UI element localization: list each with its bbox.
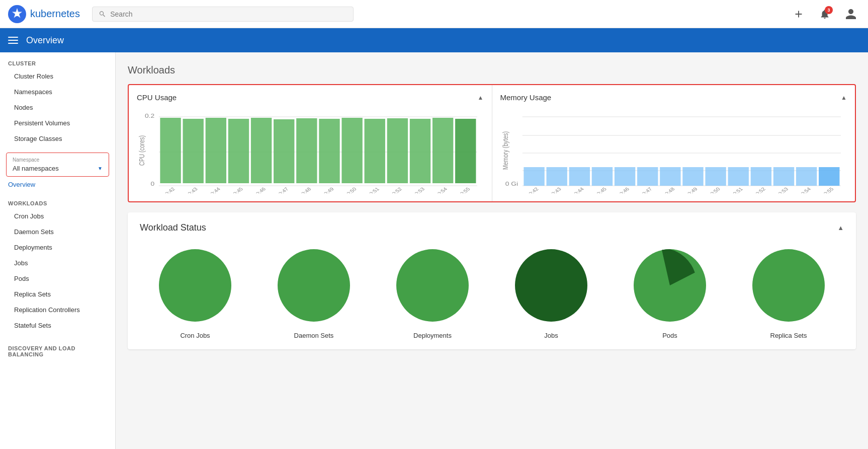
svg-rect-11 [228,119,249,183]
workloads-section-title: Workloads [128,64,856,76]
svg-rect-15 [319,119,339,183]
svg-rect-45 [569,167,589,186]
namespace-value: All namespaces [13,165,59,172]
svg-text:10:55: 10:55 [820,186,835,193]
workload-item-deployments: Deployments [392,245,473,339]
svg-text:0 Gi: 0 Gi [505,181,517,187]
memory-chart-title: Memory Usage [500,93,552,102]
sidebar-item-deployments[interactable]: Deployments [0,240,115,255]
svg-text:10:45: 10:45 [230,186,244,193]
sidebar-item-nodes[interactable]: Nodes [0,100,115,115]
cpu-chart-header: CPU Usage ▲ [137,93,484,102]
svg-rect-49 [660,167,680,186]
sidebar-item-cluster-roles[interactable]: Cluster Roles [0,68,115,84]
sidebar-item-persistent-volumes[interactable]: Persistent Volumes [0,115,115,131]
replica-sets-pie [748,245,829,326]
charts-container: CPU Usage ▲ 0.2 0 CPU (cores) [128,84,856,202]
sidebar-item-storage-classes[interactable]: Storage Classes [0,131,115,146]
svg-point-71 [159,249,231,322]
search-input[interactable] [110,10,347,18]
sidebar-item-jobs[interactable]: Jobs [0,255,115,271]
sidebar-item-cron-jobs[interactable]: Cron Jobs [0,208,115,224]
svg-point-73 [396,249,469,322]
svg-text:10:50: 10:50 [707,186,721,193]
svg-text:10:52: 10:52 [389,186,403,193]
replica-sets-label: Replica Sets [770,332,807,339]
sidebar-item-namespaces[interactable]: Namespaces [0,84,115,100]
user-avatar[interactable] [842,5,860,23]
svg-text:10:51: 10:51 [366,186,381,193]
workload-status-title: Workload Status [140,222,206,233]
namespace-select[interactable]: All namespaces ▼ [13,165,103,172]
svg-rect-14 [296,118,317,183]
svg-text:10:53: 10:53 [411,186,426,193]
pods-pie [630,245,710,326]
svg-text:0: 0 [150,181,154,187]
cluster-section-label: Cluster [0,52,115,68]
add-button[interactable] [790,5,808,23]
svg-point-1 [15,12,19,16]
page-title: Overview [26,35,64,46]
workload-item-jobs: Jobs [511,245,591,339]
sidebar-item-daemon-sets[interactable]: Daemon Sets [0,224,115,240]
svg-text:10:45: 10:45 [593,186,607,193]
svg-text:0.2: 0.2 [145,113,154,119]
namespace-dropdown[interactable]: Namespace All namespaces ▼ [6,153,109,177]
svg-text:10:49: 10:49 [320,186,335,193]
workload-item-pods: Pods [630,245,710,339]
topbar-logo: kubernetes [8,5,80,23]
svg-text:10:47: 10:47 [275,186,290,193]
search-icon [99,10,106,18]
sidebar-item-stateful-sets[interactable]: Stateful Sets [0,318,115,333]
svg-rect-55 [796,167,816,186]
memory-chart-collapse[interactable]: ▲ [841,94,847,101]
workload-item-replica-sets: Replica Sets [748,245,829,339]
svg-rect-53 [750,167,771,186]
svg-rect-16 [341,118,362,183]
workload-charts-row: Cron Jobs Daemon Sets Deployments [140,245,844,339]
cpu-chart-collapse[interactable]: ▲ [478,94,484,101]
svg-text:10:54: 10:54 [434,186,449,193]
svg-text:10:46: 10:46 [252,186,267,193]
kubernetes-logo-icon [8,5,26,23]
jobs-label: Jobs [544,332,558,339]
sidebar: Cluster Cluster Roles Namespaces Nodes P… [0,52,116,449]
topbar-logo-text: kubernetes [30,8,80,20]
cpu-chart-svg: 0.2 0 CPU (cores) [137,108,484,193]
svg-rect-19 [410,119,430,183]
cpu-chart-area: 0.2 0 CPU (cores) [137,108,484,193]
svg-text:Memory (bytes): Memory (bytes) [501,131,509,170]
deployments-pie [392,245,473,326]
svg-text:10:44: 10:44 [570,186,585,193]
sidebar-item-overview[interactable]: Overview [0,177,115,192]
svg-text:10:53: 10:53 [774,186,789,193]
svg-text:10:49: 10:49 [684,186,699,193]
svg-text:10:51: 10:51 [729,186,744,193]
svg-rect-18 [387,118,408,183]
svg-rect-47 [614,167,635,186]
workloads-section-label: Workloads [0,192,115,208]
svg-text:10:43: 10:43 [185,186,199,193]
svg-rect-17 [365,119,385,183]
sidebar-item-pods[interactable]: Pods [0,271,115,286]
sidebar-item-replication-controllers[interactable]: Replication Controllers [0,302,115,318]
sidebar-item-replica-sets[interactable]: Replica Sets [0,286,115,302]
hamburger-button[interactable] [8,37,18,44]
namespace-label: Namespace [13,157,103,163]
daemon-sets-pie [274,245,354,326]
svg-rect-46 [591,167,612,186]
svg-text:10:54: 10:54 [798,186,812,193]
header-bar: Overview [0,28,868,52]
svg-rect-10 [206,118,226,183]
svg-rect-12 [251,118,272,183]
memory-chart-area: Memory (bytes) 0 Gi [500,108,847,193]
svg-rect-48 [637,167,658,186]
pods-label: Pods [662,332,677,339]
content-area: Workloads CPU Usage ▲ 0.2 0 CPU (cores) [116,52,868,449]
notifications-button[interactable]: 3 [816,5,834,23]
workload-item-cron-jobs: Cron Jobs [155,245,235,339]
svg-text:10:55: 10:55 [457,186,471,193]
workload-status-collapse[interactable]: ▲ [837,224,844,232]
topbar-search-box[interactable] [92,7,354,22]
cpu-chart-panel: CPU Usage ▲ 0.2 0 CPU (cores) [129,85,492,201]
